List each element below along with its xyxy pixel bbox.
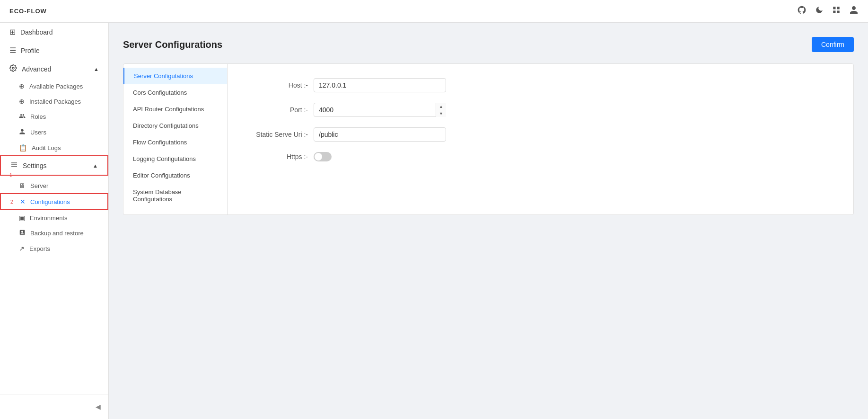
config-menu-system-database[interactable]: System Database Configutations: [123, 184, 227, 207]
sidebar-item-configurations[interactable]: 2 ✕ Configurations: [0, 193, 108, 210]
sidebar-item-advanced[interactable]: Advanced ▲: [0, 60, 108, 79]
server-icon: 🖥: [19, 182, 26, 189]
port-input[interactable]: [314, 103, 446, 117]
port-label: Port :-: [246, 106, 308, 114]
content-area: Server Configurations Confirm Server Con…: [109, 23, 868, 419]
svg-rect-3: [837, 11, 840, 13]
configurations-icon: ✕: [20, 198, 26, 205]
static-serve-uri-label: Static Serve Uri :-: [246, 131, 308, 138]
sidebar-item-label: Installed Packages: [29, 98, 81, 105]
port-decrement-button[interactable]: ▼: [436, 110, 446, 117]
users-icon: [19, 128, 26, 136]
grid-icon[interactable]: [832, 6, 841, 17]
topbar: ECO-FLOW: [0, 0, 868, 23]
sidebar-item-label: Server: [30, 182, 48, 189]
backup-restore-icon: [19, 229, 26, 237]
sidebar-item-backup-restore[interactable]: Backup and restore: [0, 225, 108, 241]
available-packages-icon: ⊕: [19, 82, 25, 90]
settings-badge: 1: [0, 173, 108, 178]
sidebar-item-label: Audit Logs: [32, 144, 61, 152]
sidebar-item-users[interactable]: Users: [0, 125, 108, 140]
advanced-icon: [9, 64, 17, 74]
chevron-up-icon: ▲: [94, 66, 99, 72]
port-row: Port :- ▲ ▼: [246, 103, 834, 117]
https-row: Https :-: [246, 152, 834, 161]
settings-icon: [10, 161, 18, 170]
sidebar: ⊞ Dashboard ☰ Profile Advanced ▲ ⊕ Avail…: [0, 23, 109, 419]
moon-icon[interactable]: [815, 6, 824, 17]
sidebar-item-profile[interactable]: ☰ Profile: [0, 41, 108, 60]
svg-rect-2: [833, 11, 835, 13]
installed-packages-icon: ⊕: [19, 98, 25, 105]
dashboard-icon: ⊞: [9, 27, 16, 36]
port-spin-buttons: ▲ ▼: [436, 103, 446, 117]
main-layout: ⊞ Dashboard ☰ Profile Advanced ▲ ⊕ Avail…: [0, 23, 868, 419]
static-serve-uri-row: Static Serve Uri :-: [246, 127, 834, 142]
sidebar-item-label: Configurations: [30, 198, 70, 205]
sidebar-item-server[interactable]: 🖥 Server: [0, 178, 108, 193]
sidebar-item-label: Profile: [21, 47, 40, 54]
sidebar-item-label: Dashboard: [20, 28, 53, 36]
page-title: Server Configurations: [123, 39, 222, 50]
chevron-up-icon: ▲: [93, 163, 98, 169]
confirm-button[interactable]: Confirm: [812, 37, 854, 52]
sidebar-item-label: Backup and restore: [30, 230, 84, 237]
svg-rect-0: [833, 7, 835, 9]
config-menu-server-configurations[interactable]: Server Configutations: [123, 68, 227, 84]
app-logo: ECO-FLOW: [9, 8, 47, 15]
static-serve-uri-input[interactable]: [314, 127, 446, 142]
config-menu-editor[interactable]: Editor Configutations: [123, 167, 227, 184]
profile-icon: ☰: [9, 46, 16, 55]
sidebar-item-label: Exports: [29, 245, 50, 252]
host-input[interactable]: [314, 78, 446, 92]
configurations-badge: 2: [10, 199, 13, 205]
sidebar-item-exports[interactable]: ↗ Exports: [0, 241, 108, 256]
config-menu-logging[interactable]: Logging Configutations: [123, 151, 227, 167]
roles-icon: [19, 113, 26, 121]
sidebar-item-environments[interactable]: ▣ Environments: [0, 210, 108, 225]
host-label: Host :-: [246, 81, 308, 89]
user-icon[interactable]: [849, 5, 859, 17]
sidebar-item-audit-logs[interactable]: 📋 Audit Logs: [0, 140, 108, 155]
svg-point-4: [12, 67, 14, 69]
topbar-icon-group: [797, 5, 859, 17]
sidebar-item-label: Available Packages: [29, 83, 83, 90]
sidebar-item-available-packages[interactable]: ⊕ Available Packages: [0, 79, 108, 94]
config-menu: Server Configutations Cors Configutation…: [123, 64, 228, 214]
environments-icon: ▣: [19, 214, 25, 222]
config-panel: Server Configutations Cors Configutation…: [123, 63, 854, 215]
sidebar-item-label: Advanced: [22, 65, 51, 73]
sidebar-collapse-button[interactable]: ◀: [0, 399, 108, 414]
sidebar-item-label: Settings: [23, 162, 47, 169]
exports-icon: ↗: [19, 245, 25, 252]
sidebar-bottom: ◀: [0, 394, 108, 419]
host-row: Host :-: [246, 78, 834, 92]
config-menu-cors[interactable]: Cors Configutations: [123, 84, 227, 101]
svg-rect-1: [837, 7, 840, 9]
sidebar-item-label: Roles: [30, 113, 46, 120]
config-menu-api-router[interactable]: API Router Configutations: [123, 101, 227, 117]
audit-logs-icon: 📋: [19, 144, 27, 152]
github-icon[interactable]: [797, 5, 807, 17]
sidebar-item-label: Users: [30, 129, 46, 136]
port-increment-button[interactable]: ▲: [436, 103, 446, 110]
https-toggle[interactable]: [314, 152, 332, 161]
page-header: Server Configurations Confirm: [123, 37, 854, 52]
sidebar-item-dashboard[interactable]: ⊞ Dashboard: [0, 23, 108, 41]
config-form: Host :- Port :- ▲ ▼: [228, 64, 853, 214]
config-menu-directory[interactable]: Directory Configutations: [123, 117, 227, 134]
sidebar-item-roles[interactable]: Roles: [0, 109, 108, 125]
collapse-icon: ◀: [96, 403, 101, 410]
https-label: Https :-: [246, 153, 308, 160]
main-content: Server Configurations Confirm Server Con…: [109, 23, 868, 419]
sidebar-item-label: Environments: [30, 214, 67, 222]
port-spin-wrapper: ▲ ▼: [314, 103, 446, 117]
https-toggle-wrap: [314, 152, 332, 161]
sidebar-item-installed-packages[interactable]: ⊕ Installed Packages: [0, 94, 108, 109]
config-menu-flow[interactable]: Flow Configutations: [123, 134, 227, 151]
